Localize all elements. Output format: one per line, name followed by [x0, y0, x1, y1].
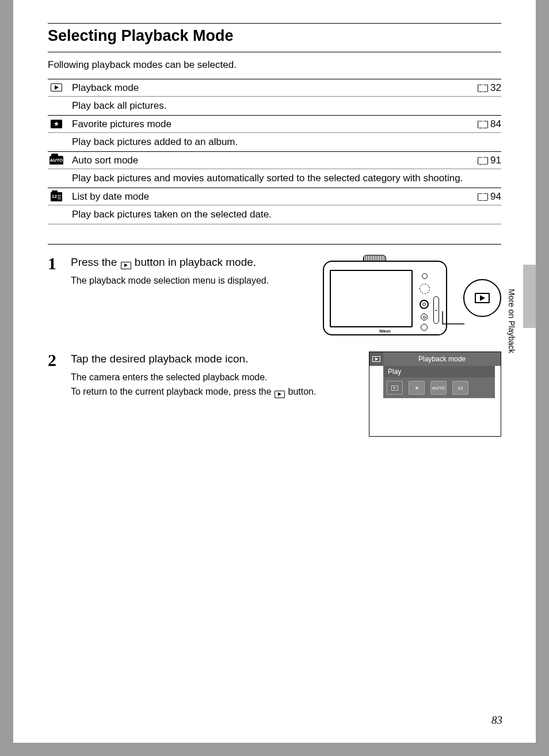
step-number: 2	[48, 352, 71, 437]
favorite-mode-icon: ★	[48, 119, 65, 128]
playback-button-icon	[475, 293, 490, 303]
screen-favorite-mode-icon[interactable]: ★	[409, 381, 425, 395]
step-head-pre: Press the	[71, 256, 120, 268]
page-ref-number: 94	[490, 191, 501, 203]
side-tab	[523, 265, 536, 328]
page-title: Selecting Playback Mode	[48, 24, 501, 52]
page-ref: 94	[461, 191, 501, 203]
playback-button-icon	[274, 391, 285, 398]
step-2: 2 Tap the desired playback mode icon. Th…	[48, 341, 501, 437]
mode-row: ★ Favorite pictures mode 84	[48, 115, 501, 132]
section-label: More on Playback	[507, 289, 516, 353]
page-ref: 91	[461, 155, 501, 166]
mode-table: Playback mode 32 Play back all pictures.…	[48, 79, 501, 224]
page-ref: 84	[461, 119, 501, 130]
page-number: 83	[491, 714, 502, 727]
screen-title: Playback mode	[383, 352, 501, 366]
list-by-date-mode-icon: 12	[48, 191, 65, 201]
step-para-pre: To return to the current playback mode, …	[71, 387, 274, 396]
screen-play-mode-icon[interactable]	[387, 381, 403, 395]
step-paragraph: The camera enters the selected playback …	[71, 371, 359, 386]
playback-mode-icon	[48, 82, 65, 91]
mode-title: Playback mode	[65, 82, 461, 94]
mode-row: Playback mode 32	[48, 79, 501, 96]
screen-auto-mode-icon[interactable]: AUTO	[430, 381, 447, 395]
step-para-post: button.	[285, 387, 316, 396]
mode-row: 12 List by date mode 94	[48, 188, 501, 205]
page-ref-number: 32	[490, 82, 501, 94]
mode-title: List by date mode	[65, 191, 461, 203]
screen-date-mode-icon[interactable]: 12	[452, 381, 468, 395]
step-number: 1	[48, 255, 71, 341]
book-icon	[478, 157, 488, 165]
mode-desc: Play back all pictures.	[48, 96, 501, 115]
mode-desc: Play back pictures and movies automatica…	[48, 169, 501, 188]
book-icon	[478, 193, 488, 201]
book-icon	[478, 85, 488, 92]
page-ref-number: 84	[490, 119, 501, 130]
mode-row: AUTO Auto sort mode 91	[48, 151, 501, 169]
screen-mock: Playback mode Play ★ AUTO 12	[369, 352, 501, 437]
mode-desc: Play back pictures added to an album.	[48, 132, 501, 151]
mode-desc: Play back pictures taken on the selected…	[48, 205, 501, 224]
mode-title: Auto sort mode	[65, 155, 461, 166]
callout-playback-button	[463, 279, 501, 317]
step-paragraph: The playback mode selection menu is disp…	[71, 274, 315, 289]
auto-sort-mode-icon: AUTO	[48, 155, 65, 165]
step-1: 1 Press the button in playback mode. The…	[48, 245, 501, 341]
camera-brand: Nikon	[379, 329, 390, 333]
step-head-post: button in playback mode.	[132, 256, 257, 268]
screen-play-icon	[369, 352, 383, 366]
step-heading: Press the button in playback mode.	[71, 255, 315, 274]
intro-text: Following playback modes can be selected…	[48, 52, 501, 79]
step-paragraph: To return to the current playback mode, …	[71, 385, 359, 400]
step-heading: Tap the desired playback mode icon.	[71, 352, 359, 371]
mode-title: Favorite pictures mode	[65, 119, 461, 130]
page-ref-number: 91	[490, 155, 501, 166]
screen-subtitle: Play	[383, 366, 495, 377]
playback-button-icon	[121, 262, 131, 269]
camera-illustration: Nikon	[323, 255, 501, 341]
book-icon	[478, 121, 488, 128]
screen-icon-row: ★ AUTO 12	[383, 377, 495, 398]
page-ref: 32	[461, 82, 501, 94]
